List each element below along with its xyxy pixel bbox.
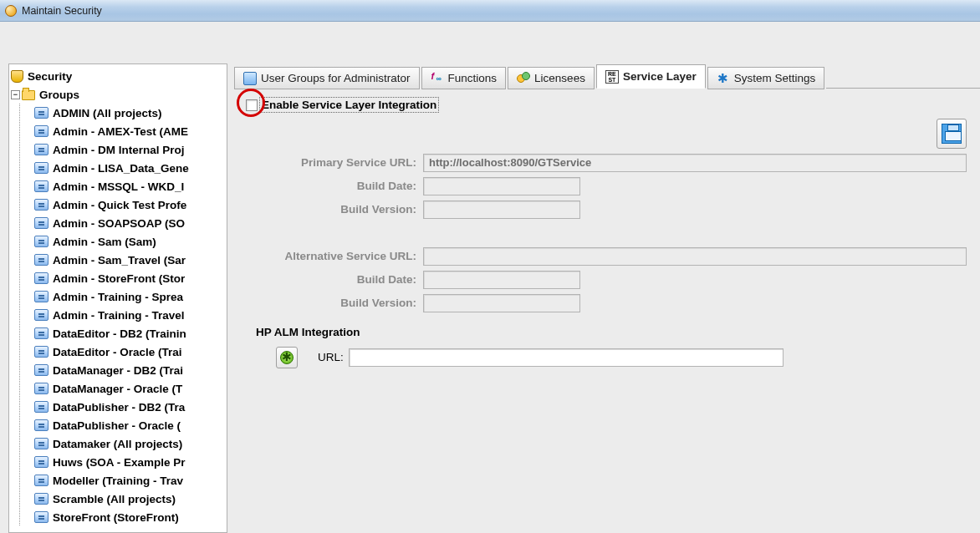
app-icon xyxy=(5,5,17,17)
window-title: Maintain Security xyxy=(22,5,102,17)
window-titlebar: Maintain Security xyxy=(0,0,980,22)
